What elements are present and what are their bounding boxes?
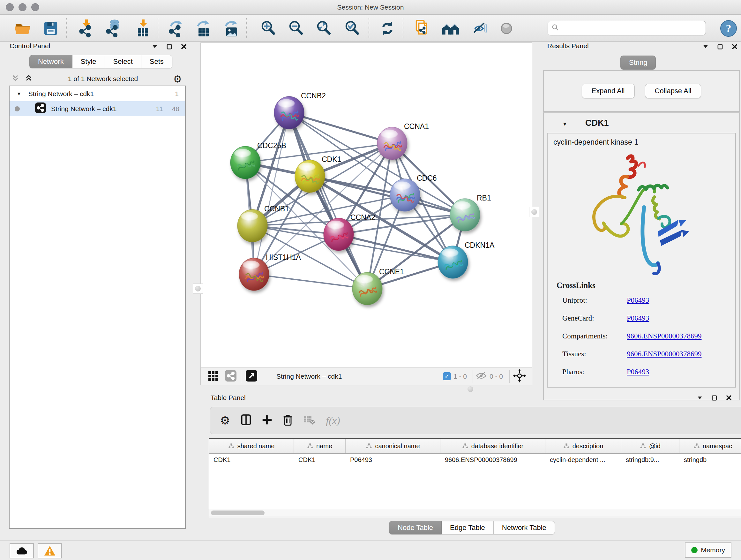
table-horizontal-scrollbar[interactable] xyxy=(209,509,741,517)
tab-network-table[interactable]: Network Table xyxy=(494,521,555,535)
node-label-CCNB2: CCNB2 xyxy=(301,91,326,100)
tab-string[interactable]: String xyxy=(620,56,656,70)
table-panel-collapse-icon[interactable] xyxy=(697,395,703,401)
warnings-icon[interactable] xyxy=(38,543,62,558)
node-HIST1H1A[interactable]: HIST1H1A xyxy=(239,253,301,291)
zoom-selected-icon[interactable] xyxy=(341,17,363,40)
import-table-icon[interactable] xyxy=(132,17,154,40)
expand-all-button[interactable]: Expand All xyxy=(582,84,635,98)
tab-style[interactable]: Style xyxy=(72,55,105,68)
tab-sets[interactable]: Sets xyxy=(141,55,172,68)
results-panel-close-icon[interactable] xyxy=(731,44,738,50)
column-header-@id[interactable]: @id xyxy=(621,439,679,453)
add-column-icon[interactable] xyxy=(262,415,272,426)
crosslink-label: Pharos: xyxy=(562,368,627,376)
control-panel: Control Panel NetworkStyleSelectSets 1 o… xyxy=(3,42,189,531)
control-panel-collapse-icon[interactable] xyxy=(151,44,158,50)
control-panel-float-icon[interactable] xyxy=(166,44,172,50)
table-cell: CDK1 xyxy=(209,456,294,463)
left-splitter-handle[interactable] xyxy=(193,284,203,294)
network-collection-row[interactable]: ▼ String Network – cdk1 1 xyxy=(10,86,185,101)
column-header-description[interactable]: description xyxy=(545,439,621,453)
results-panel-float-icon[interactable] xyxy=(717,44,723,50)
hidden-items-eye-icon[interactable] xyxy=(475,371,487,382)
memory-button[interactable]: Memory xyxy=(685,543,731,558)
network-from-selection-icon[interactable] xyxy=(411,17,433,40)
help-icon[interactable]: ? xyxy=(718,17,740,40)
crosslink-row: GeneCard:P06493 xyxy=(562,314,735,322)
center-view-crosshair-icon[interactable] xyxy=(513,369,526,384)
table-settings-gear-icon[interactable]: ⚙ xyxy=(220,414,230,427)
open-session-icon[interactable] xyxy=(11,17,34,40)
share-view-icon[interactable] xyxy=(225,370,237,383)
node-RB1[interactable]: RB1 xyxy=(450,194,491,231)
node-CCNB1[interactable]: CCNB1 xyxy=(238,205,289,242)
node-table[interactable]: shared namenamecanonical namedatabase id… xyxy=(209,438,741,517)
tab-select[interactable]: Select xyxy=(105,55,141,68)
tab-network[interactable]: Network xyxy=(29,55,72,68)
crosslink-link[interactable]: P06493 xyxy=(627,296,649,305)
selected-items-checkbox[interactable]: ✓ xyxy=(443,372,451,380)
search-input[interactable] xyxy=(562,24,702,32)
column-header-shared-name[interactable]: shared name xyxy=(209,439,294,453)
zoom-fit-icon[interactable] xyxy=(313,17,335,40)
control-panel-close-icon[interactable] xyxy=(181,44,187,50)
collapse-all-networks-icon[interactable] xyxy=(11,74,19,83)
tab-edge-table[interactable]: Edge Table xyxy=(442,521,494,535)
node-CCNB2[interactable]: CCNB2 xyxy=(274,91,326,129)
cloud-status-icon[interactable] xyxy=(10,543,34,558)
first-neighbors-icon[interactable] xyxy=(440,17,462,40)
show-columns-icon[interactable] xyxy=(241,414,251,427)
hide-selected-icon[interactable] xyxy=(468,17,490,40)
search-icon xyxy=(552,24,559,32)
collapse-all-button[interactable]: Collapse All xyxy=(645,84,701,98)
network-node-count: 11 xyxy=(156,105,163,113)
table-panel-close-icon[interactable] xyxy=(726,395,732,401)
crosslink-link[interactable]: P06493 xyxy=(627,314,649,322)
export-network-icon[interactable] xyxy=(165,17,188,40)
title-bar: Session: New Session xyxy=(0,0,741,15)
show-all-icon[interactable] xyxy=(495,17,518,40)
column-header-database-identifier[interactable]: database identifier xyxy=(441,439,545,453)
node-CDKN1A[interactable]: CDKN1A xyxy=(438,241,495,278)
crosslink-label: GeneCard: xyxy=(562,314,627,322)
collection-expand-icon[interactable]: ▼ xyxy=(17,91,21,97)
zoom-in-icon[interactable] xyxy=(257,17,280,40)
zoom-out-icon[interactable] xyxy=(285,17,307,40)
node-label-CDKN1A: CDKN1A xyxy=(465,241,495,249)
crosslink-link[interactable]: P06493 xyxy=(627,368,649,376)
svg-text:?: ? xyxy=(726,22,731,34)
right-splitter-handle[interactable] xyxy=(529,207,539,217)
crosslink-label: Uniprot: xyxy=(562,296,627,305)
birds-eye-view-icon[interactable] xyxy=(246,370,257,383)
crosslink-link[interactable]: 9606.ENSP00000378699 xyxy=(627,332,702,340)
export-table-icon[interactable] xyxy=(192,17,215,40)
crosslink-link[interactable]: 9606.ENSP00000378699 xyxy=(627,350,702,358)
node-CDK1[interactable]: CDK1 xyxy=(295,155,341,192)
import-network-icon[interactable] xyxy=(76,17,98,40)
column-header-canonical-name[interactable]: canonical name xyxy=(346,439,441,453)
network-current-dot-icon xyxy=(15,106,20,111)
tab-node-table[interactable]: Node Table xyxy=(389,521,442,535)
save-session-icon[interactable] xyxy=(40,17,62,40)
search-box[interactable] xyxy=(548,21,706,36)
import-database-icon[interactable] xyxy=(103,17,125,40)
network-options-gear-icon[interactable]: ⚙ xyxy=(173,73,182,84)
node-label-CCNB1: CCNB1 xyxy=(264,205,289,213)
crosslink-label: Compartments: xyxy=(562,332,627,340)
network-row[interactable]: String Network – cdk1 11 48 xyxy=(10,101,185,116)
node-CCNA1[interactable]: CCNA1 xyxy=(377,122,429,160)
expand-all-networks-icon[interactable] xyxy=(25,74,32,83)
export-image-icon[interactable] xyxy=(220,17,243,40)
delete-column-icon[interactable] xyxy=(283,414,293,427)
table-row[interactable]: CDK1CDK1P064939606.ENSP00000378699cyclin… xyxy=(209,454,741,466)
results-panel-collapse-icon[interactable] xyxy=(702,44,709,50)
gene-expand-icon[interactable]: ▼ xyxy=(562,121,567,127)
apply-layout-icon[interactable] xyxy=(376,17,399,40)
column-header-name[interactable]: name xyxy=(294,439,346,453)
column-header-namespac[interactable]: namespac xyxy=(679,439,741,453)
network-canvas[interactable]: CCNB2 CCNA1 CDC25B CDK1 CDC6 RB1 CCNB1 C… xyxy=(200,43,532,367)
table-panel-float-icon[interactable] xyxy=(711,395,718,401)
table-panel-title: Table Panel xyxy=(211,394,246,401)
grid-view-icon[interactable] xyxy=(208,371,218,382)
